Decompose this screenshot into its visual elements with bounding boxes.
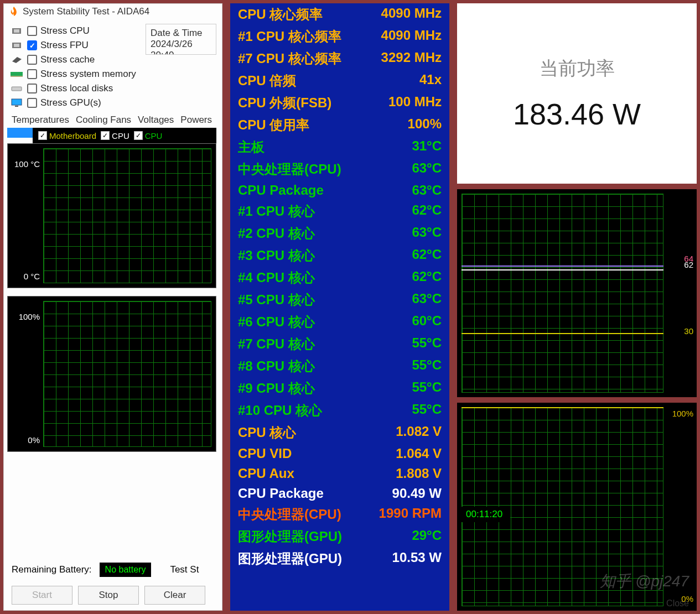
osd-row-10: #2 CPU 核心63°C — [230, 222, 449, 244]
legend-item-1[interactable]: ✓CPU — [101, 131, 129, 141]
eraser-icon — [9, 55, 24, 64]
stress-option-2[interactable]: Stress cache — [9, 53, 142, 67]
osd-label: 中央处理器(CPU) — [238, 506, 341, 523]
osd-value: 62°C — [412, 202, 442, 220]
osd-row-3: CPU 倍频41x — [230, 70, 449, 92]
legend-item-2[interactable]: ✓CPU — [134, 131, 163, 141]
battery-label: Remaining Battery: — [12, 564, 92, 575]
checkbox-icon[interactable] — [27, 40, 37, 50]
osd-value: 29°C — [412, 528, 442, 545]
tab-voltages[interactable]: Voltages — [138, 113, 174, 127]
checkbox-icon[interactable] — [27, 84, 37, 93]
test-status-label: Test St — [170, 564, 199, 575]
clear-button[interactable]: Clear — [144, 586, 205, 605]
y-label: 64 — [684, 254, 693, 263]
osd-label: #1 CPU 核心频率 — [238, 28, 341, 45]
osd-value: 55°C — [412, 379, 442, 397]
y-min: 0% — [28, 435, 40, 445]
osd-label: CPU 核心 — [238, 424, 296, 441]
power-card: 当前功率 183.46 W — [457, 3, 697, 184]
series-line — [462, 333, 663, 334]
osd-row-24: 图形处理器(GPU)29°C — [230, 525, 449, 548]
y-min: 0 °C — [24, 272, 40, 281]
osd-value: 90.49 W — [392, 486, 442, 501]
series-line — [462, 407, 663, 408]
osd-value: 60°C — [412, 313, 442, 331]
stress-label: Stress cache — [40, 54, 95, 65]
y-max: 100 °C — [14, 159, 40, 169]
osd-value: 3292 MHz — [381, 50, 442, 67]
series-line — [462, 266, 663, 267]
osd-value: 1.082 V — [396, 424, 442, 441]
checkbox-icon[interactable] — [27, 26, 37, 36]
osd-value: 1990 RPM — [379, 506, 442, 523]
y-label: 100% — [672, 409, 693, 418]
osd-value: 31°C — [412, 138, 442, 156]
tab-cooling-fans[interactable]: Cooling Fans — [76, 113, 131, 127]
stress-option-5[interactable]: Stress GPU(s) — [9, 96, 142, 110]
stress-label: Stress CPU — [40, 25, 90, 37]
monitor-icon — [9, 98, 24, 107]
y-label: 30 — [684, 326, 693, 336]
start-button[interactable]: Start — [12, 586, 72, 605]
temperature-graph: 100 °C 0 °C — [7, 143, 216, 288]
tab-powers[interactable]: Powers — [180, 113, 212, 127]
checkbox-icon[interactable]: ✓ — [101, 131, 110, 140]
osd-row-18: #10 CPU 核心55°C — [230, 399, 449, 422]
osd-value: 63°C — [412, 291, 442, 309]
legend-label: CPU — [145, 131, 163, 141]
chip-icon — [9, 27, 24, 35]
osd-row-2: #7 CPU 核心频率3292 MHz — [230, 48, 449, 70]
usage-graph: 100% 0% — [7, 296, 216, 452]
stress-label: Stress system memory — [40, 69, 136, 80]
osd-row-21: CPU Aux1.808 V — [230, 464, 449, 483]
osd-row-11: #3 CPU 核心62°C — [230, 244, 449, 267]
stress-option-4[interactable]: Stress local disks — [9, 81, 142, 96]
stress-options: Stress CPU Stress FPU Stress cache Stres… — [9, 24, 142, 110]
osd-label: #7 CPU 核心 — [238, 335, 315, 353]
osd-row-17: #9 CPU 核心55°C — [230, 377, 449, 399]
osd-label: 图形处理器(GPU) — [238, 550, 342, 568]
osd-label: 图形处理器(GPU) — [238, 528, 342, 545]
stress-option-3[interactable]: Stress system memory — [9, 67, 142, 81]
osd-value: 4090 MHz — [381, 28, 442, 45]
osd-row-5: CPU 使用率100% — [230, 114, 449, 136]
checkbox-icon[interactable]: ✓ — [134, 131, 143, 140]
legend-label: CPU — [112, 131, 129, 141]
window-title: System Stability Test - AIDA64 — [23, 6, 149, 17]
watermark: 知乎 @pj247 — [600, 571, 689, 592]
osd-value: 63°C — [412, 225, 442, 242]
elapsed-time: 00:11:20 — [458, 507, 510, 522]
osd-row-9: #1 CPU 核心62°C — [230, 200, 449, 222]
osd-label: #9 CPU 核心 — [238, 379, 315, 397]
svg-rect-3 — [14, 44, 19, 47]
legend-color-chip — [7, 128, 33, 138]
stress-option-1[interactable]: Stress FPU — [9, 38, 142, 53]
stress-option-0[interactable]: Stress CPU — [9, 24, 142, 38]
osd-label: CPU 使用率 — [238, 116, 309, 134]
svg-rect-9 — [15, 106, 18, 107]
checkbox-icon[interactable] — [27, 98, 37, 108]
legend-item-0[interactable]: ✓Motherboard — [38, 131, 96, 141]
svg-rect-5 — [11, 72, 23, 76]
stress-label: Stress local disks — [40, 83, 113, 94]
checkbox-icon[interactable] — [27, 55, 37, 65]
close-button[interactable]: Close — [666, 599, 689, 608]
stress-label: Stress GPU(s) — [40, 97, 101, 108]
osd-label: #4 CPU 核心 — [238, 269, 315, 287]
tab-temperatures[interactable]: Temperatures — [12, 113, 69, 127]
osd-row-12: #4 CPU 核心62°C — [230, 267, 449, 289]
osd-label: CPU VID — [238, 446, 292, 461]
stop-button[interactable]: Stop — [78, 586, 139, 605]
osd-label: CPU Package — [238, 183, 324, 198]
osd-label: 主板 — [238, 138, 265, 156]
aida64-window: System Stability Test - AIDA64 Stress CP… — [3, 3, 222, 611]
osd-value: 1.064 V — [396, 446, 442, 461]
osd-row-22: CPU Package90.49 W — [230, 483, 449, 503]
checkbox-icon[interactable] — [27, 69, 37, 79]
osd-label: #2 CPU 核心 — [238, 225, 315, 242]
osd-value: 55°C — [412, 402, 442, 419]
osd-label: #8 CPU 核心 — [238, 357, 315, 375]
legend-label: Motherboard — [49, 131, 96, 141]
checkbox-icon[interactable]: ✓ — [38, 131, 47, 140]
